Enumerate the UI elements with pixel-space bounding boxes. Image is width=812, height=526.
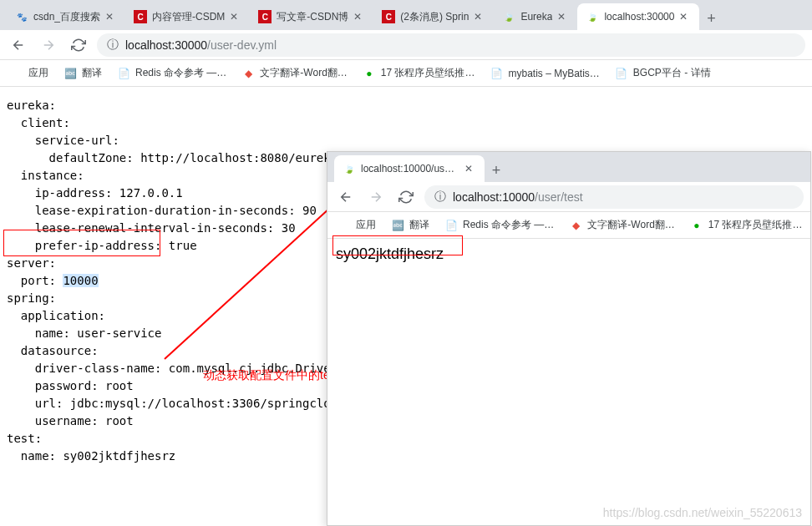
close-icon[interactable]: ✕ <box>353 11 365 23</box>
info-icon: ⓘ <box>107 38 119 53</box>
apps-icon <box>337 219 351 232</box>
bookmarks-bar: 应用 🔤翻译 📄Redis 命令参考 —… ◆文字翻译-Word翻… ●17 张… <box>0 60 812 87</box>
bookmark-bgcp[interactable]: 📄BGCP平台 - 详情 <box>615 66 711 80</box>
tab-localhost[interactable]: 🍃localhost:30000✕ <box>577 3 699 30</box>
bookmark-redis[interactable]: 📄Redis 命令参考 —… <box>117 66 226 80</box>
inner-tab-strip: 🍃localhost:10000/user/test✕ + <box>327 152 810 182</box>
tab-eureka[interactable]: 🍃Eureka✕ <box>494 3 577 30</box>
csdn-icon: C <box>382 10 395 23</box>
tab-csdn-1[interactable]: C内容管理-CSDM✕ <box>125 3 250 30</box>
close-icon[interactable]: ✕ <box>230 11 241 23</box>
page-icon: 📄 <box>444 219 458 232</box>
new-tab-button[interactable]: + <box>699 7 723 30</box>
new-tab-button[interactable]: + <box>485 159 508 182</box>
inner-tab[interactable]: 🍃localhost:10000/user/test✕ <box>334 155 485 182</box>
info-icon: ⓘ <box>434 190 446 205</box>
main-tab-strip: 🐾csdn_百度搜索✕ C内容管理-CSDM✕ C写文章-CSDN博✕ C(2条… <box>0 0 812 30</box>
back-button[interactable] <box>7 33 30 57</box>
inner-address-bar[interactable]: ⓘ localhost:10000/user/test <box>424 185 804 209</box>
green-icon: ● <box>690 219 703 232</box>
inner-bookmarks-bar: 应用 🔤翻译 📄Redis 命令参考 —… ◆文字翻译-Word翻… ●17 张… <box>327 212 810 239</box>
tab-csdn-3[interactable]: C(2条消息) Sprin✕ <box>373 3 494 30</box>
tab-baidu[interactable]: 🐾csdn_百度搜索✕ <box>7 3 125 30</box>
bookmark-translate[interactable]: 🔤翻译 <box>391 218 429 232</box>
close-icon[interactable]: ✕ <box>105 11 117 23</box>
baidu-icon: 🐾 <box>15 10 28 23</box>
watermark: https://blog.csdn.net/weixin_55220613 <box>603 506 802 519</box>
bookmark-apps[interactable]: 应用 <box>337 218 376 232</box>
inner-toolbar: ⓘ localhost:10000/user/test <box>327 182 810 212</box>
highlighted-port: 10000 <box>63 274 98 287</box>
close-icon[interactable]: ✕ <box>679 11 691 23</box>
bookmark-translate[interactable]: 🔤翻译 <box>63 66 102 80</box>
main-toolbar: ⓘ localhost:30000/user-dev.yml <box>0 30 812 60</box>
bookmark-youdao[interactable]: ◆文字翻译-Word翻… <box>569 218 674 232</box>
forward-button[interactable] <box>364 185 388 209</box>
page-icon: 📄 <box>490 67 504 80</box>
page-icon: 📄 <box>615 67 628 80</box>
bookmark-youdao[interactable]: ◆文字翻译-Word翻… <box>241 66 347 80</box>
close-icon[interactable]: ✕ <box>557 11 569 23</box>
close-icon[interactable]: ✕ <box>474 11 485 23</box>
csdn-icon: C <box>134 10 147 23</box>
response-body: sy002jktdfjhesrz <box>327 239 810 270</box>
csdn-icon: C <box>258 10 272 23</box>
tab-csdn-2[interactable]: C写文章-CSDN博✕ <box>250 3 373 30</box>
address-bar[interactable]: ⓘ localhost:30000/user-dev.yml <box>97 33 805 57</box>
close-icon[interactable]: ✕ <box>464 163 476 174</box>
reload-button[interactable] <box>67 33 90 57</box>
inner-browser-window: 🍃localhost:10000/user/test✕ + ⓘ localhos… <box>327 151 811 526</box>
translate-icon: 🔤 <box>391 219 404 232</box>
bookmark-mybatis[interactable]: 📄mybatis – MyBatis… <box>490 67 600 80</box>
spring-icon: 🍃 <box>343 162 356 175</box>
page-icon: 📄 <box>117 67 130 80</box>
forward-button[interactable] <box>37 33 60 57</box>
youdao-icon: ◆ <box>241 67 255 80</box>
translate-icon: 🔤 <box>63 67 77 80</box>
spring-icon: 🍃 <box>502 10 515 23</box>
bookmark-redis[interactable]: 📄Redis 命令参考 —… <box>444 218 554 232</box>
bookmark-wallpaper[interactable]: ●17 张程序员壁纸推… <box>363 66 475 80</box>
bookmark-wallpaper[interactable]: ●17 张程序员壁纸推… <box>690 218 803 232</box>
green-icon: ● <box>363 67 376 80</box>
spring-icon: 🍃 <box>586 10 599 23</box>
reload-button[interactable] <box>394 185 418 209</box>
youdao-icon: ◆ <box>569 219 582 232</box>
apps-icon <box>10 67 23 80</box>
back-button[interactable] <box>334 185 358 209</box>
bookmark-apps[interactable]: 应用 <box>10 66 48 80</box>
